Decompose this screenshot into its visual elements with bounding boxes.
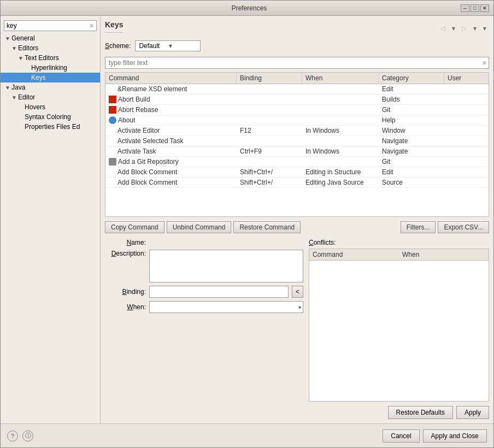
nav-back-dropdown-button[interactable]: ▾ bbox=[449, 23, 458, 34]
category-cell: Help bbox=[379, 115, 444, 125]
details-left: Name: Description: Binding: < When: bbox=[105, 239, 303, 402]
table-row[interactable]: Activate Task Ctrl+F9 In Windows Navigat… bbox=[105, 146, 489, 157]
binding-input[interactable] bbox=[149, 286, 289, 298]
sidebar-search-input[interactable] bbox=[7, 22, 89, 30]
when-select[interactable] bbox=[149, 301, 303, 313]
filter-input[interactable] bbox=[105, 57, 489, 69]
sidebar: ✕ ▼ General ▼ Editors ▼ Text Editors bbox=[1, 16, 101, 423]
export-csv-button[interactable]: Export CSV... bbox=[438, 221, 489, 233]
when-cell bbox=[302, 115, 379, 125]
add-git-repo-icon bbox=[109, 158, 116, 166]
binding-cell bbox=[237, 115, 302, 125]
user-cell bbox=[444, 126, 488, 135]
scheme-value: Default bbox=[139, 42, 167, 50]
binding-label: Binding: bbox=[105, 288, 146, 296]
cmd-cell: Activate Task bbox=[105, 146, 237, 156]
copy-command-button[interactable]: Copy Command bbox=[105, 221, 164, 233]
expand-icon: ▼ bbox=[5, 36, 11, 42]
nav-forward-button[interactable]: ▷ bbox=[459, 23, 469, 34]
filters-button[interactable]: Filters... bbox=[401, 221, 436, 233]
nav-back-button[interactable]: ◁ bbox=[438, 23, 448, 34]
table-header: Command Binding When Category User bbox=[105, 73, 489, 84]
sidebar-item-editors[interactable]: ▼ Editors bbox=[1, 43, 100, 53]
footer-left: ? ⓘ bbox=[7, 431, 33, 441]
keys-table: Command Binding When Category User &Rena… bbox=[105, 72, 489, 217]
apply-close-button[interactable]: Apply and Close bbox=[423, 429, 487, 443]
user-cell bbox=[444, 157, 488, 167]
expand-icon: ▼ bbox=[11, 95, 18, 101]
sidebar-item-hyperlinking[interactable]: Hyperlinking bbox=[1, 63, 100, 73]
about-icon bbox=[109, 116, 116, 124]
description-textarea[interactable] bbox=[149, 250, 303, 282]
preferences-window: Preferences ─ □ ✕ ✕ ▼ General bbox=[0, 0, 494, 448]
sidebar-item-editor[interactable]: ▼ Editor bbox=[1, 92, 100, 102]
sidebar-item-label: Hovers bbox=[25, 103, 45, 111]
restore-command-button[interactable]: Restore Command bbox=[233, 221, 301, 233]
search-clear-icon[interactable]: ✕ bbox=[89, 22, 94, 30]
bottom-actions: Restore Defaults Apply bbox=[105, 406, 489, 419]
info-icon[interactable]: ⓘ bbox=[22, 431, 33, 441]
nav-forward-dropdown-button[interactable]: ▾ bbox=[471, 23, 479, 34]
table-row[interactable]: Abort Build Builds bbox=[105, 95, 489, 105]
sidebar-item-properties-files[interactable]: Properties Files Ed bbox=[1, 122, 100, 132]
when-row: When: ▾ bbox=[105, 301, 303, 313]
apply-button[interactable]: Apply bbox=[456, 406, 489, 419]
conflicts-cmd-col: Command bbox=[309, 249, 399, 260]
window-title: Preferences bbox=[38, 4, 461, 12]
footer: ? ⓘ Cancel Apply and Close bbox=[1, 423, 493, 447]
when-cell bbox=[302, 95, 379, 104]
sidebar-item-label: Syntax Coloring bbox=[25, 113, 71, 121]
user-cell bbox=[444, 167, 488, 177]
maximize-button[interactable]: □ bbox=[471, 4, 479, 12]
user-cell bbox=[444, 95, 488, 104]
category-cell: Window bbox=[379, 126, 444, 135]
abort-rebase-icon bbox=[109, 106, 116, 114]
table-row[interactable]: Add Block Comment Shift+Ctrl+/ Editing J… bbox=[105, 178, 489, 188]
when-cell bbox=[302, 105, 379, 115]
scheme-dropdown[interactable]: Default ▾ bbox=[135, 40, 201, 51]
table-row[interactable]: Activate Editor F12 In Windows Window bbox=[105, 126, 489, 136]
sidebar-item-java[interactable]: ▼ Java bbox=[1, 82, 100, 92]
sidebar-item-keys[interactable]: Keys bbox=[1, 73, 100, 82]
close-button[interactable]: ✕ bbox=[480, 4, 489, 12]
table-row[interactable]: Abort Rebase Git bbox=[105, 105, 489, 115]
when-cell: In Windows bbox=[302, 146, 379, 156]
cancel-button[interactable]: Cancel bbox=[383, 429, 419, 443]
sidebar-item-label: Java bbox=[11, 84, 25, 91]
table-row[interactable]: Add a Git Repository Git bbox=[105, 157, 489, 167]
expand-icon bbox=[18, 124, 25, 130]
nav-extra-dropdown-button[interactable]: ▾ bbox=[480, 23, 489, 34]
sidebar-item-general[interactable]: ▼ General bbox=[1, 33, 100, 43]
sidebar-item-hovers[interactable]: Hovers bbox=[1, 102, 100, 112]
sidebar-item-label: Hyperlinking bbox=[31, 64, 67, 72]
sidebar-item-syntax-coloring[interactable]: Syntax Coloring bbox=[1, 112, 100, 122]
binding-cell: Shift+Ctrl+/ bbox=[237, 178, 302, 187]
main-panel: Keys ◁ ▾ ▷ ▾ ▾ Scheme: Default ▾ bbox=[101, 16, 493, 423]
scheme-row: Scheme: Default ▾ bbox=[105, 40, 489, 51]
table-row[interactable]: Activate Selected Task Navigate bbox=[105, 136, 489, 146]
sidebar-search-container: ✕ bbox=[1, 18, 100, 33]
filter-clear-icon[interactable]: ✕ bbox=[482, 60, 487, 67]
description-row: Description: bbox=[105, 250, 303, 282]
sidebar-item-text-editors[interactable]: ▼ Text Editors bbox=[1, 53, 100, 63]
table-row[interactable]: &Rename XSD element Edit bbox=[105, 84, 489, 95]
details-right: Conflicts: Command When bbox=[309, 239, 489, 402]
binding-row: Binding: < bbox=[105, 286, 303, 298]
unbind-command-button[interactable]: Unbind Command bbox=[167, 221, 232, 233]
binding-picker-button[interactable]: < bbox=[292, 286, 303, 298]
binding-cell: Ctrl+F9 bbox=[237, 146, 302, 156]
restore-defaults-button[interactable]: Restore Defaults bbox=[388, 406, 453, 419]
minimize-button[interactable]: ─ bbox=[461, 4, 469, 12]
cmd-cell: Activate Editor bbox=[105, 126, 237, 135]
cmd-cell: Abort Rebase bbox=[105, 105, 237, 115]
name-label: Name: bbox=[105, 239, 146, 246]
category-cell: Edit bbox=[379, 84, 444, 94]
nav-toolbar: ◁ ▾ ▷ ▾ ▾ bbox=[438, 23, 489, 34]
binding-cell: Shift+Ctrl+/ bbox=[237, 167, 302, 177]
help-icon[interactable]: ? bbox=[7, 431, 18, 441]
table-body: &Rename XSD element Edit Abort Build bbox=[105, 84, 489, 188]
table-row[interactable]: Add Block Comment Shift+Ctrl+/ Editing i… bbox=[105, 167, 489, 178]
when-label: When: bbox=[105, 303, 146, 311]
abort-build-icon bbox=[109, 96, 116, 103]
table-row[interactable]: About Help bbox=[105, 115, 489, 126]
